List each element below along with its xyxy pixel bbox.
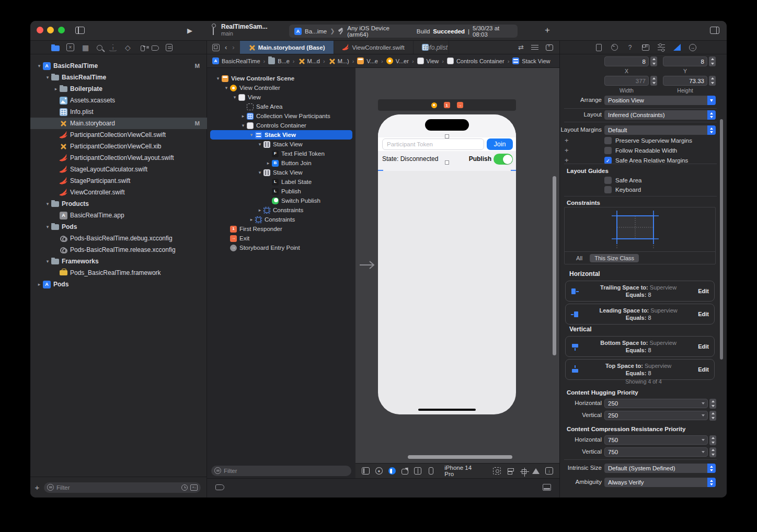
outline-row[interactable]: Switch Publish bbox=[207, 196, 355, 205]
file-row[interactable]: ParticipantCollectionViewCell.swift bbox=[30, 129, 207, 141]
constraint-row[interactable]: Leading Space to: SuperviewEquals: 8Edit bbox=[565, 304, 715, 325]
add-constraints-icon[interactable] bbox=[522, 469, 526, 474]
priority-combo[interactable]: 750 bbox=[604, 447, 708, 457]
disclosure-open-icon[interactable]: ▾ bbox=[214, 76, 222, 81]
device-name[interactable]: iPhone 14 Pro bbox=[444, 465, 482, 477]
exit-icon[interactable]: → bbox=[457, 102, 463, 108]
file-row[interactable]: ViewController.swift bbox=[30, 187, 207, 198]
priority-combo[interactable]: 250 bbox=[604, 399, 708, 408]
outline-row[interactable]: ▾Controls Container bbox=[207, 121, 355, 130]
scene-header-bar[interactable]: 1 → bbox=[378, 99, 516, 111]
selection-handle-bottom[interactable] bbox=[445, 160, 449, 165]
tab-attributes-inspector[interactable] bbox=[657, 43, 666, 52]
disclosure-closed-icon[interactable]: ▸ bbox=[256, 207, 263, 213]
breadcrumb-item[interactable]: M...d bbox=[298, 57, 320, 64]
editor-tab[interactable]: Info.plist bbox=[414, 41, 449, 54]
update-frames-icon[interactable] bbox=[493, 467, 501, 475]
edit-constraint-button[interactable]: Edit bbox=[698, 311, 709, 317]
source-control-navigator-icon[interactable]: × bbox=[66, 43, 74, 51]
tab-file-inspector[interactable] bbox=[594, 43, 603, 52]
breadcrumb-item[interactable]: Controls Container bbox=[447, 57, 504, 64]
orientation-icon[interactable] bbox=[402, 469, 408, 475]
outline-row[interactable]: ▸BButton Join bbox=[207, 158, 355, 168]
file-row[interactable]: Info.plist bbox=[30, 106, 207, 118]
y-field[interactable]: 8 bbox=[663, 56, 707, 66]
test-navigator-icon[interactable]: ◇ bbox=[123, 43, 132, 52]
x-stepper[interactable] bbox=[650, 56, 657, 66]
constraints-diagram[interactable]: All This Size Class bbox=[564, 207, 716, 264]
resolve-autolayout-icon[interactable] bbox=[532, 468, 540, 474]
layout-margins-popup[interactable]: Default bbox=[604, 125, 716, 135]
tab-size-inspector[interactable] bbox=[673, 43, 681, 52]
file-row[interactable]: ▸Boilerplate bbox=[30, 83, 207, 95]
run-destination[interactable]: Any iOS Device (arm64) bbox=[347, 25, 406, 38]
ambiguity-popup[interactable]: Always Verify bbox=[604, 478, 716, 487]
priority-stepper[interactable] bbox=[709, 411, 716, 421]
file-row[interactable]: Main.storyboardM bbox=[30, 118, 207, 129]
outline-filter-input[interactable]: Filter bbox=[211, 466, 351, 476]
scheme-target[interactable]: Ba...ime bbox=[305, 28, 327, 34]
forward-icon[interactable]: › bbox=[232, 43, 234, 51]
breadcrumb-item[interactable]: ABasicRealTime bbox=[212, 57, 260, 64]
toggle-navigator-button[interactable] bbox=[75, 27, 85, 34]
run-button[interactable]: ▶ bbox=[187, 27, 192, 34]
disclosure-closed-icon[interactable]: ▸ bbox=[265, 160, 272, 166]
outline-row[interactable]: ▸Constraints bbox=[207, 215, 355, 224]
disclosure-open-icon[interactable]: ▾ bbox=[36, 63, 43, 68]
accessibility-icon[interactable]: ● bbox=[375, 467, 383, 475]
tab-quick-help-inspector[interactable]: ? bbox=[626, 43, 634, 52]
recents-filter-icon[interactable] bbox=[181, 484, 188, 491]
constraint-row[interactable]: Top Space to: SuperviewEquals: 8Edit bbox=[565, 359, 715, 380]
file-row[interactable]: ParticipantCollectionViewLayout.swift bbox=[30, 152, 207, 164]
disclosure-open-icon[interactable]: ▾ bbox=[256, 170, 263, 175]
file-row[interactable]: ABasicRealTime.app bbox=[30, 210, 207, 221]
disclosure-open-icon[interactable]: ▾ bbox=[248, 132, 255, 137]
tab-identity-inspector[interactable] bbox=[641, 43, 650, 52]
file-row[interactable]: Pods-BasicRealTime.debug.xcconfig bbox=[30, 233, 207, 244]
source-control-filter-icon[interactable]: +- bbox=[190, 484, 198, 491]
constraint-row[interactable]: Trailing Space to: SuperviewEquals: 8Edi… bbox=[565, 281, 715, 302]
outline-row[interactable]: LPublish bbox=[207, 187, 355, 196]
iphone-canvas-device[interactable]: Participant Token Join State: Disconnect… bbox=[378, 114, 516, 414]
tab-history-inspector[interactable] bbox=[610, 43, 618, 52]
outline-row[interactable]: ▾View Controller Scene bbox=[207, 74, 355, 83]
outline-row[interactable]: LLabel State bbox=[207, 177, 355, 187]
priority-combo[interactable]: 750 bbox=[604, 435, 708, 445]
minimize-window-button[interactable] bbox=[47, 27, 54, 33]
toggle-inspector-button[interactable] bbox=[710, 27, 719, 34]
split-editor-icon[interactable] bbox=[414, 467, 422, 475]
disclosure-open-icon[interactable]: ▾ bbox=[44, 75, 51, 80]
close-window-button[interactable] bbox=[37, 27, 43, 33]
breadcrumb-item[interactable]: View bbox=[417, 57, 439, 64]
disclosure-open-icon[interactable]: ▾ bbox=[231, 95, 238, 100]
breadcrumb-item[interactable]: Stack View bbox=[512, 57, 550, 64]
outline-row[interactable]: ▸Constraints bbox=[207, 205, 355, 215]
outline-row[interactable]: Safe Area bbox=[207, 102, 355, 111]
related-items-icon[interactable] bbox=[212, 44, 220, 51]
height-stepper[interactable] bbox=[709, 76, 716, 86]
editor-tab[interactable]: ViewController.swift bbox=[334, 41, 414, 54]
add-variation-button[interactable]: + bbox=[565, 156, 569, 164]
editor-tab[interactable]: Main.storyboard (Base) bbox=[240, 41, 334, 54]
file-row[interactable]: StageLayoutCalculator.swift bbox=[30, 164, 207, 175]
selection-handle-top[interactable] bbox=[445, 134, 449, 138]
debug-navigator-icon[interactable] bbox=[141, 45, 145, 51]
width-field[interactable]: 377 bbox=[604, 76, 649, 86]
inspector-scrollbar[interactable] bbox=[720, 119, 723, 360]
add-variation-button[interactable]: + bbox=[565, 146, 569, 154]
outline-row[interactable]: ▾Stack View bbox=[207, 168, 355, 177]
canvas-vertical-scrollbar[interactable] bbox=[553, 176, 556, 355]
edit-constraint-button[interactable]: Edit bbox=[698, 288, 709, 294]
zoom-window-button[interactable] bbox=[58, 27, 65, 33]
disclosure-open-icon[interactable]: ▾ bbox=[223, 85, 230, 90]
disclosure-closed-icon[interactable]: ▸ bbox=[52, 86, 60, 91]
scheme-selector[interactable]: A Ba...ime ❯ Any iOS Device (arm64) Buil… bbox=[289, 25, 518, 38]
add-variation-button[interactable]: + bbox=[565, 136, 569, 144]
file-row[interactable]: Pods-BasicRealTime.release.xcconfig bbox=[30, 244, 207, 256]
checkbox[interactable] bbox=[604, 137, 612, 144]
constraints-tab-all[interactable]: All bbox=[576, 255, 582, 261]
arrange-pulldown[interactable]: Position View bbox=[604, 96, 716, 105]
breadcrumb-item[interactable]: V...e bbox=[357, 57, 378, 64]
checkbox[interactable] bbox=[604, 147, 612, 154]
back-icon[interactable]: ‹ bbox=[225, 43, 227, 51]
